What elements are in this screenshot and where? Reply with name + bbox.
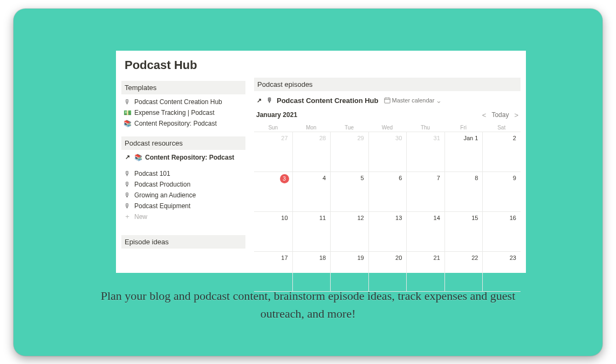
prev-month-button[interactable]: < [482,111,487,119]
calendar-date: 15 [471,215,478,221]
view-selector[interactable]: Master calendar ⌄ [384,97,442,105]
calendar-cell[interactable]: 13 [368,212,407,252]
today-button[interactable]: Today [491,111,509,119]
template-item-content-hub[interactable]: 🎙 Podcast Content Creation Hub [121,97,245,107]
calendar-date: 4 [323,175,326,181]
calendar-cell[interactable]: 20 [368,252,407,292]
calendar-dow: Fri [444,122,483,132]
left-column: Templates 🎙 Podcast Content Creation Hub… [121,78,245,292]
microphone-icon: 🎙 [124,170,131,177]
template-label: Podcast Content Creation Hub [134,98,222,106]
resource-label: Podcast Equipment [134,202,190,210]
calendar-cell[interactable]: 11 [292,212,331,252]
templates-header: Templates [121,81,245,94]
new-page-button[interactable]: + New [121,211,245,222]
resource-item-101[interactable]: 🎙 Podcast 101 [121,168,245,179]
microphone-icon: 🎙 [124,98,131,106]
calendar-date: 28 [319,135,326,141]
promo-caption: Plan your blog and podcast content, brai… [13,287,603,322]
calendar-dow: Wed [368,122,407,132]
calendar-cell[interactable]: 23 [482,252,521,292]
calendar-cell[interactable]: 14 [406,212,444,252]
calendar-date: 23 [510,255,516,261]
microphone-icon: 🎙 [124,191,131,199]
resource-item-equipment[interactable]: 🎙 Podcast Equipment [121,201,245,211]
calendar-cell[interactable]: 19 [330,252,368,292]
chevron-down-icon: ⌄ [436,97,442,105]
calendar-cell[interactable]: 6 [368,172,407,212]
new-label: New [134,213,147,221]
resource-label: Growing an Audience [134,191,196,199]
calendar-date: 7 [437,175,440,181]
calendar-cell[interactable]: 18 [292,252,331,292]
calendar-date: 8 [475,175,478,181]
microphone-icon: 🎙 [124,181,131,188]
calendar-date: 21 [434,255,440,261]
link-arrow-icon: ↗ [124,154,131,161]
calendar-cell[interactable]: 7 [406,172,444,212]
template-label: Expense Tracking | Podcast [134,109,215,116]
calendar-cell[interactable]: 27 [254,132,292,172]
books-icon: 📚 [134,154,142,161]
calendar-cell[interactable]: 3 [254,172,292,212]
svg-rect-0 [384,98,389,103]
calendar-cell[interactable]: 4 [292,172,331,212]
calendar-date: 12 [357,215,364,221]
calendar-cell[interactable]: 15 [444,212,483,252]
calendar-dow-row: SunMonTueWedThuFriSat [254,122,521,132]
calendar-dow: Sun [254,122,292,132]
plus-icon: + [124,213,131,221]
calendar-date: 27 [281,135,288,141]
calendar-header: January 2021 < Today > [254,109,521,122]
template-item-repository[interactable]: 📚 Content Repository: Podcast [121,118,245,129]
resources-header: Podcast resources [121,136,245,150]
calendar-date: Jan 1 [464,135,478,141]
calendar-date: 10 [281,215,288,221]
calendar-date: 29 [357,135,364,141]
calendar-cell[interactable]: Jan 1 [444,132,483,172]
resource-link-repository[interactable]: ↗ 📚 Content Repository: Podcast [121,152,245,163]
next-month-button[interactable]: > [514,111,518,119]
two-column-layout: Templates 🎙 Podcast Content Creation Hub… [116,78,526,292]
calendar-grid: 2728293031Jan 12345678910111213141516171… [254,132,521,292]
calendar-cell[interactable]: 12 [330,212,368,252]
calendar-dow: Thu [406,122,444,132]
calendar-dow: Mon [292,122,331,132]
calendar-date: 9 [513,175,516,181]
calendar-cell[interactable]: 17 [254,252,292,292]
calendar-cell[interactable]: 22 [444,252,483,292]
linked-db-label: Podcast Content Creation Hub [277,97,379,105]
calendar-cell[interactable]: 9 [482,172,521,212]
calendar-dow: Sat [482,122,521,132]
calendar-date: 6 [399,175,402,181]
calendar-cell[interactable]: 29 [330,132,368,172]
calendar-cell[interactable]: 31 [406,132,444,172]
books-icon: 📚 [124,120,131,127]
template-item-expense[interactable]: 💵 Expense Tracking | Podcast [121,107,245,118]
calendar-date: 2 [513,135,516,141]
resource-item-production[interactable]: 🎙 Podcast Production [121,179,245,190]
calendar-cell[interactable]: 30 [368,132,407,172]
calendar-cell[interactable]: 2 [482,132,521,172]
calendar-date: 11 [319,215,326,221]
calendar-cell[interactable]: 21 [406,252,444,292]
view-label: Master calendar [392,97,435,104]
calendar-date: 3 [280,174,289,183]
calendar-date: 17 [281,255,288,261]
calendar-cell[interactable]: 8 [444,172,483,212]
linked-database-title[interactable]: ↗ 🎙 Podcast Content Creation Hub Master … [254,94,521,109]
calendar-date: 22 [471,255,478,261]
calendar-date: 30 [395,135,402,141]
calendar-cell[interactable]: 16 [482,212,521,252]
link-arrow-icon: ↗ [255,97,263,104]
calendar-cell[interactable]: 28 [292,132,331,172]
promo-card: Podcast Hub Templates 🎙 Podcast Content … [13,9,603,356]
right-column: Podcast episodes ↗ 🎙 Podcast Content Cre… [254,78,521,292]
resource-item-audience[interactable]: 🎙 Growing an Audience [121,190,245,201]
calendar-icon [384,97,391,104]
calendar-month-label: January 2021 [256,111,297,119]
calendar-cell[interactable]: 5 [330,172,368,212]
calendar-date: 14 [434,215,440,221]
notion-app-window: Podcast Hub Templates 🎙 Podcast Content … [116,51,526,273]
calendar-cell[interactable]: 10 [254,212,292,252]
